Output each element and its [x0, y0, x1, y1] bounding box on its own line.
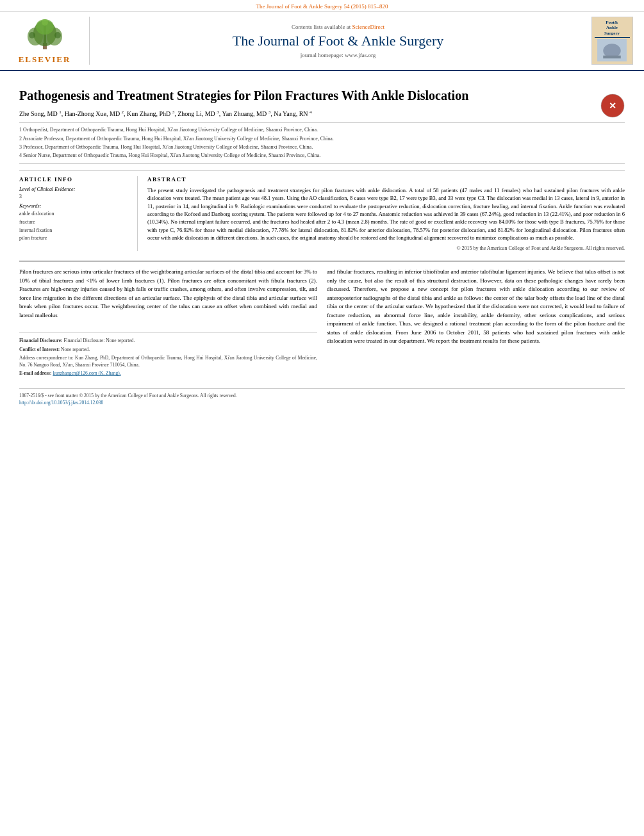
top-bar: The Journal of Foot & Ankle Surgery 54 (… [0, 0, 644, 12]
body-paragraph-left-1: Pilon fractures are serious intra-articu… [19, 268, 317, 320]
journal-title: The Journal of Foot & Ankle Surgery [233, 33, 444, 49]
address-correspondence: Address correspondence to: Kun Zhang, Ph… [19, 354, 317, 369]
article-body: ✕ Pathogenesis and Treatment Strategies … [0, 71, 644, 413]
authors-line: Zhe Song, MD 1, Han-Zhong Xue, MD 2, Kun… [19, 109, 625, 119]
cover-title: Foot&AnkleSurgery [595, 20, 630, 38]
article-title: Pathogenesis and Treatment Strategies fo… [19, 87, 625, 104]
title-section: ✕ Pathogenesis and Treatment Strategies … [19, 87, 625, 104]
svg-text:✕: ✕ [609, 101, 616, 111]
svg-point-8 [42, 19, 48, 26]
affiliation-1: 1 Orthopedist, Department of Orthopaedic… [19, 126, 625, 133]
crossmark-icon: ✕ [600, 94, 625, 118]
affiliations-section: 1 Orthopedist, Department of Orthopaedic… [19, 122, 625, 164]
crossmark: ✕ [600, 94, 625, 119]
contents-line: Contents lists available at ScienceDirec… [292, 24, 384, 30]
keyword-1: ankle dislocation [19, 210, 131, 218]
affiliation-3: 3 Professor, Department of Orthopaedic T… [19, 143, 625, 151]
doi-link[interactable]: http://dx.doi.org/10.1053/j.jfas.2014.12… [19, 400, 103, 406]
journal-header: ELSEVIER Contents lists available at Sci… [0, 12, 644, 71]
keyword-2: fracture [19, 218, 131, 227]
elsevier-tree-icon [22, 17, 67, 53]
journal-header-center: Contents lists available at ScienceDirec… [90, 17, 586, 65]
email-link[interactable]: kunzhangcn@126.com (K. Zhang). [53, 370, 120, 376]
cover-illustration [596, 39, 628, 61]
svg-point-7 [54, 32, 61, 38]
keywords-list: ankle dislocation fracture internal fixa… [19, 210, 131, 243]
main-content-section: Pilon fractures are serious intra-articu… [19, 261, 625, 378]
svg-point-6 [29, 32, 35, 38]
keyword-3: internal fixation [19, 227, 131, 235]
bottom-bar: 1067-2516/$ - see front matter © 2015 by… [19, 388, 625, 398]
journal-homepage: journal homepage: www.jfas.org [301, 52, 376, 58]
footnotes-section: Financial Disclosure: Financial Disclosu… [19, 332, 317, 377]
email-line: E-mail address: kunzhangcn@126.com (K. Z… [19, 370, 317, 377]
conflict-of-interest: Conflict of Interest: None reported. [19, 346, 317, 353]
doi-section: http://dx.doi.org/10.1053/j.jfas.2014.12… [19, 398, 625, 407]
journal-cover: Foot&AnkleSurgery [586, 17, 638, 65]
body-paragraph-right-1: and fibular fractures, resulting in infe… [327, 268, 625, 346]
issn-info: 1067-2516/$ - see front matter © 2015 by… [19, 393, 237, 398]
elsevier-logo-container: ELSEVIER [19, 17, 71, 65]
svg-rect-11 [603, 56, 620, 59]
abstract-title: ABSTRACT [147, 176, 625, 183]
body-right-column: and fibular fractures, resulting in infe… [327, 268, 625, 378]
level-of-evidence-label: Level of Clinical Evidence: [19, 186, 131, 192]
abstract-panel: ABSTRACT The present study investigated … [147, 176, 625, 251]
level-of-evidence-value: 3 [19, 193, 131, 199]
affiliation-2: 2 Associate Professor, Department of Ort… [19, 135, 625, 142]
elsevier-name: ELSEVIER [19, 54, 71, 65]
abstract-copyright: © 2015 by the American College of Foot a… [147, 245, 625, 251]
abstract-body: The present study investigated the patho… [147, 186, 625, 242]
affiliation-4: 4 Senior Nurse, Department of Orthopaedi… [19, 152, 625, 159]
article-info-panel: ARTICLE INFO Level of Clinical Evidence:… [19, 176, 138, 251]
body-left-column: Pilon fractures are serious intra-articu… [19, 268, 317, 378]
keywords-label: Keywords: [19, 203, 131, 209]
journal-cover-image: Foot&AnkleSurgery [591, 17, 633, 65]
article-info-title: ARTICLE INFO [19, 176, 131, 183]
sciencedirect-link[interactable]: ScienceDirect [352, 24, 384, 30]
journal-reference-link[interactable]: The Journal of Foot & Ankle Surgery 54 (… [256, 3, 388, 10]
keyword-4: pilon fracture [19, 234, 131, 243]
info-abstract-section: ARTICLE INFO Level of Clinical Evidence:… [19, 170, 625, 251]
financial-disclosure: Financial Disclosure: Financial Disclosu… [19, 337, 317, 344]
publisher-logo: ELSEVIER [6, 17, 90, 65]
